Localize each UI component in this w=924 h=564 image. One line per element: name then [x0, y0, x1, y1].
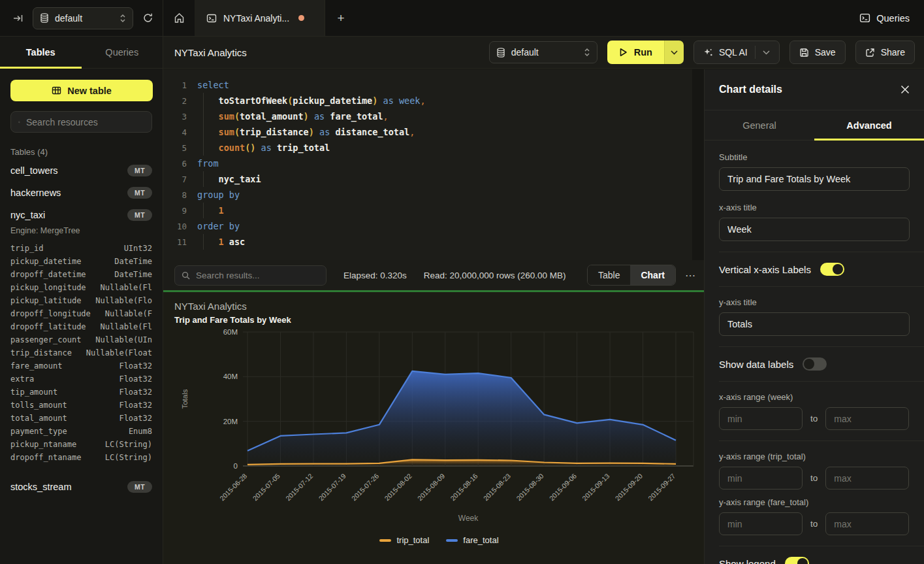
column-type: UInt32 [124, 244, 152, 253]
database-selector-value: default [55, 13, 114, 24]
code-text: 1 asc [197, 237, 245, 247]
sidebar-collapse-button[interactable] [13, 13, 24, 24]
legend-item-fare_total[interactable]: fare_total [446, 535, 498, 545]
resource-search[interactable] [10, 111, 152, 133]
code-line[interactable]: 4 sum(trip_distance) as distance_total, [170, 124, 692, 140]
details-tab-advanced[interactable]: Advanced [814, 110, 924, 140]
column-row: tolls_amountFloat32 [10, 399, 152, 412]
column-name: tip_amount [10, 388, 57, 397]
subtitle-input[interactable] [719, 167, 910, 191]
results-right: Table Chart ⋯ [587, 265, 696, 286]
range-to-label: to [810, 414, 818, 423]
sql-editor[interactable]: 1select2 toStartOfWeek(pickup_datetime) … [163, 69, 692, 260]
topbar-right: Queries [859, 0, 924, 36]
x-tick-label: 2015-07-19 [317, 472, 347, 503]
home-button[interactable] [163, 0, 195, 36]
sidebar-tab-tables[interactable]: Tables [0, 37, 82, 68]
editor-tab-label: NYTaxi Analyti... [223, 13, 289, 24]
yaxis-range-fare-row: to [719, 512, 910, 535]
code-line[interactable]: 6from [170, 156, 692, 171]
table-name: hackernews [10, 188, 61, 198]
database-selector-query[interactable]: default [489, 41, 597, 63]
results-search[interactable] [174, 265, 327, 286]
yaxis-range-trip-max-input[interactable] [825, 467, 909, 489]
chart-canvas[interactable]: 020M40M60M2015-06-282015-07-052015-07-12… [174, 327, 697, 531]
yaxis-range-fare-min-input[interactable] [719, 512, 803, 535]
new-table-button[interactable]: New table [10, 80, 153, 101]
code-line[interactable]: 1select [170, 77, 692, 93]
column-name: payment_type [10, 427, 67, 436]
xaxis-range-max-input[interactable] [825, 407, 909, 430]
data-labels-toggle-label: Show data labels [719, 359, 793, 370]
code-text: select [197, 80, 229, 90]
view-chart-button[interactable]: Chart [630, 265, 675, 285]
table-row[interactable]: stocks_streamMT [0, 476, 163, 498]
sidebar-tab-queries[interactable]: Queries [82, 37, 163, 68]
line-number: 2 [170, 96, 187, 106]
code-line[interactable]: 8group by [170, 187, 692, 203]
code-line[interactable]: 7 nyc_taxi [170, 171, 692, 187]
database-icon [496, 48, 505, 58]
data-labels-toggle[interactable] [803, 357, 827, 371]
queries-button-label: Queries [876, 13, 910, 24]
details-tab-general[interactable]: General [705, 110, 814, 140]
code-line[interactable]: 2 toStartOfWeek(pickup_datetime) as week… [170, 93, 692, 108]
results-toolbar: Elapsed: 0.320s Read: 20,000,000 rows (2… [163, 260, 704, 290]
yaxis-title-input[interactable] [719, 312, 910, 336]
yaxis-range-fare-max-input[interactable] [825, 512, 909, 535]
editor-scrollbar-gutter[interactable] [692, 69, 704, 260]
chart-legend: trip_totalfare_total [174, 535, 704, 545]
yaxis-range-trip-min-input[interactable] [719, 467, 803, 489]
vertical-labels-toggle[interactable] [820, 263, 844, 276]
share-button[interactable]: Share [855, 41, 915, 64]
view-table-button[interactable]: Table [588, 265, 630, 285]
table-row[interactable]: hackernewsMT [0, 182, 163, 204]
xaxis-range-label: x-axis range (week) [719, 392, 910, 402]
code-line[interactable]: 9 1 [170, 203, 692, 218]
editor-tab-nytaxi[interactable]: NYTaxi Analyti... [195, 0, 325, 36]
code-text: from [197, 158, 219, 169]
query-title: NYTaxi Analytics [174, 47, 489, 58]
refresh-button[interactable] [142, 12, 153, 24]
x-tick-label: 2015-07-12 [284, 472, 315, 503]
code-line[interactable]: 11 1 asc [170, 234, 692, 250]
x-tick-label: 2015-08-09 [416, 472, 447, 503]
x-tick-label: 2015-06-28 [218, 472, 249, 503]
y-tick-label: 0 [234, 462, 238, 470]
legend-item-trip_total[interactable]: trip_total [379, 535, 429, 545]
details-header: Chart details [705, 69, 924, 110]
code-line[interactable]: 5 count() as trip_total [170, 140, 692, 156]
new-tab-button[interactable]: + [325, 0, 357, 36]
sql-ai-button[interactable]: SQL AI [693, 41, 780, 64]
xaxis-title-input[interactable] [719, 218, 910, 241]
resource-search-input[interactable] [26, 117, 144, 127]
area-fare_total [247, 371, 676, 466]
table-row[interactable]: cell_towersMT [0, 159, 163, 182]
column-type: Enum8 [129, 427, 152, 436]
unsaved-changes-dot [298, 15, 304, 21]
share-button-label: Share [881, 47, 905, 58]
code-line[interactable]: 10order by [170, 218, 692, 234]
xaxis-range-min-input[interactable] [719, 407, 803, 430]
close-icon [900, 85, 910, 94]
column-row: extraFloat32 [10, 373, 152, 386]
code-line[interactable]: 3 sum(total_amount) as fare_total, [170, 108, 692, 124]
more-options-button[interactable]: ⋯ [685, 269, 696, 282]
column-row: passenger_countNullable(UIn [10, 333, 152, 346]
divider [719, 381, 924, 382]
database-selector-topbar[interactable]: default [33, 7, 133, 29]
results-search-input[interactable] [196, 271, 319, 280]
button-divider [755, 46, 756, 59]
close-panel-button[interactable] [900, 85, 910, 94]
updown-chevron-icon [584, 48, 590, 57]
column-name: pickup_latitude [10, 296, 81, 305]
queries-button[interactable]: Queries [859, 12, 910, 24]
show-legend-toggle[interactable] [785, 557, 809, 564]
table-row[interactable]: nyc_taxiMT [0, 204, 163, 226]
run-button[interactable]: Run [607, 41, 664, 64]
column-row: dropoff_ntanameLC(String) [10, 451, 152, 464]
details-panel-title: Chart details [719, 84, 782, 95]
save-button[interactable]: Save [789, 41, 846, 64]
run-options-button[interactable] [664, 41, 684, 64]
line-number: 4 [170, 127, 187, 137]
